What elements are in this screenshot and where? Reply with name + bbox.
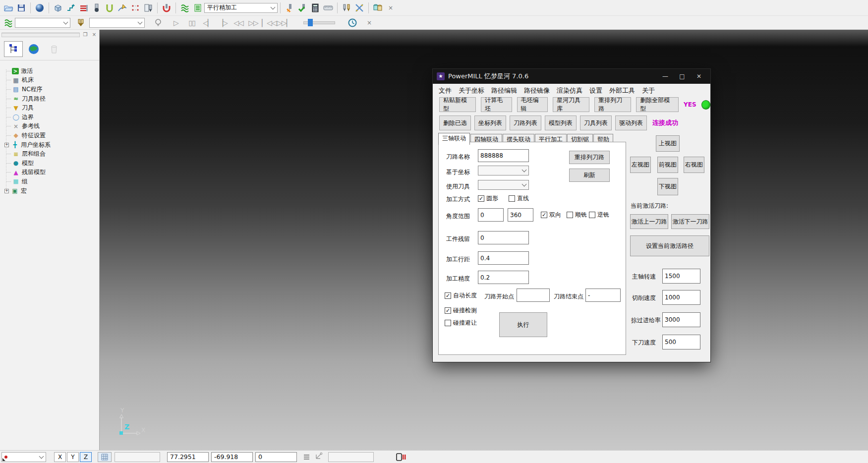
cursor-combo[interactable] <box>1 452 46 462</box>
base-coord-combo[interactable] <box>478 166 529 175</box>
step-forward-icon[interactable]: ▕▷ <box>216 17 229 29</box>
angle-to-input[interactable] <box>508 208 533 222</box>
drive-list-button[interactable]: 驱动列表 <box>615 116 647 130</box>
activate-prev-button[interactable]: 激活上一刀路 <box>630 214 668 229</box>
axis-y-button[interactable]: Y <box>67 452 79 462</box>
path-start-input[interactable] <box>517 289 550 302</box>
toolpath-spring-icon[interactable] <box>178 2 191 14</box>
collision-check-icon[interactable] <box>160 2 173 14</box>
speed-slider[interactable] <box>303 21 335 24</box>
block-icon[interactable] <box>52 2 64 14</box>
expander-icon[interactable]: + <box>4 143 9 147</box>
sim-tool-combo[interactable] <box>89 18 145 28</box>
tool-list-button[interactable]: 刀具列表 <box>580 116 612 130</box>
axis-x-button[interactable]: X <box>54 452 66 462</box>
use-tool-combo[interactable] <box>478 180 529 190</box>
trash-icon[interactable] <box>45 41 63 57</box>
toolpath-list-button[interactable]: 刀路列表 <box>510 116 541 130</box>
auto-length-option[interactable]: 自动长度 <box>445 291 477 300</box>
boundary-icon[interactable] <box>103 2 116 14</box>
strategy-list-icon[interactable] <box>191 2 204 14</box>
tree-item-toolpaths[interactable]: ≈刀具路径 <box>3 94 99 104</box>
tree-item-tools[interactable]: ▼刀具 <box>3 103 99 113</box>
tree-item-patterns[interactable]: ×参考线 <box>3 122 99 131</box>
tab-3axis[interactable]: 三轴联动 <box>438 133 470 145</box>
rearrange-button[interactable]: 重排列刀路 <box>569 151 610 164</box>
toolpath-name-input[interactable] <box>478 149 529 162</box>
menu-path-edit[interactable]: 路径编辑 <box>491 86 517 95</box>
toolpath-spring-icon[interactable] <box>2 17 15 29</box>
strategy-combo[interactable]: 平行精加工 <box>204 3 278 13</box>
checkbox-climb-mill[interactable] <box>567 212 573 218</box>
drives-icon[interactable] <box>371 2 384 14</box>
step-back-icon[interactable]: ◁▏ <box>201 17 214 29</box>
shaded-view-icon[interactable] <box>33 2 46 14</box>
expander-icon[interactable]: + <box>4 189 9 193</box>
path-end-input[interactable] <box>585 289 621 302</box>
execute-button[interactable]: 执行 <box>499 312 547 337</box>
linear-option[interactable]: 直线 <box>509 194 529 203</box>
menu-external-tools[interactable]: 外部工具 <box>609 86 635 95</box>
view-top-button[interactable]: 上视图 <box>656 135 680 152</box>
ruler-icon[interactable] <box>322 2 335 14</box>
tree-item-macros[interactable]: +▣宏 <box>3 186 99 196</box>
tool-pair-icon[interactable] <box>340 2 353 14</box>
view-right-button[interactable]: 右视图 <box>684 157 704 173</box>
calc-block-button[interactable]: 计算毛坯 <box>481 97 512 112</box>
tool-flame-icon[interactable] <box>283 2 296 14</box>
pause-icon[interactable]: ▯▯ <box>185 17 198 29</box>
tree-item-levels[interactable]: ≡层和组合 <box>3 149 99 159</box>
tree-item-models[interactable]: ●模型 <box>3 159 99 168</box>
go-end-icon[interactable]: ▷▷▏ <box>278 17 290 29</box>
pattern-icon[interactable] <box>129 2 142 14</box>
minimize-button[interactable]: — <box>657 69 674 84</box>
bulb-icon[interactable] <box>152 17 165 29</box>
maximize-button[interactable]: □ <box>674 69 691 84</box>
checkbox-linear[interactable] <box>509 195 515 202</box>
dialog-titlebar[interactable]: ★ PowerMILL 忆梦星河 7.0.6 — □ ✕ <box>433 69 710 84</box>
menu-render-sim[interactable]: 渲染仿真 <box>557 86 582 95</box>
checkbox-both-direction[interactable] <box>541 212 547 218</box>
conventional-mill-option[interactable]: 逆铣 <box>589 211 609 219</box>
circular-option[interactable]: 圆形 <box>478 194 498 203</box>
ball-tool-icon[interactable] <box>90 2 103 14</box>
skim-feed-input[interactable] <box>662 312 700 327</box>
tree-item-feature-sets[interactable]: ◆特征设置 <box>3 131 99 140</box>
coords-list-icon[interactable] <box>304 454 309 461</box>
paste-new-model-button[interactable]: 粘贴新模型 <box>439 97 476 112</box>
checkbox-auto-length[interactable] <box>445 292 451 299</box>
sim-toolpath-combo[interactable] <box>15 18 70 28</box>
toolpath-create-icon[interactable] <box>64 2 77 14</box>
fast-forward-icon[interactable]: ▷▷ <box>247 17 260 29</box>
collision-check-option[interactable]: 碰撞检测 <box>445 306 477 315</box>
rewind-icon[interactable]: ◁◁ <box>232 17 245 29</box>
view-front-button[interactable]: 前视图 <box>657 157 678 173</box>
panel-close-icon[interactable]: × <box>91 32 98 38</box>
tree-item-nc-programs[interactable]: ▤NC程序 <box>3 85 99 94</box>
stock-allowance-input[interactable] <box>478 231 529 244</box>
close-toolbar-icon[interactable]: × <box>384 2 397 14</box>
clock-icon[interactable] <box>346 17 359 29</box>
stock-bars-icon[interactable] <box>77 2 90 14</box>
menu-settings[interactable]: 设置 <box>589 86 602 95</box>
grid-icon[interactable] <box>98 452 112 462</box>
message-field[interactable] <box>328 452 374 462</box>
tree-view-icon[interactable] <box>4 41 23 57</box>
plunge-speed-input[interactable] <box>662 335 700 349</box>
angle-from-input[interactable] <box>478 208 504 222</box>
play-icon[interactable]: ▷ <box>170 17 182 29</box>
model-list-button[interactable]: 模型列表 <box>545 116 577 130</box>
panel-drag-handle[interactable] <box>1 33 80 37</box>
climb-mill-option[interactable]: 顺铣 <box>567 211 587 219</box>
view-bottom-button[interactable]: 下视图 <box>657 178 678 195</box>
delete-selected-button[interactable]: 删除已选 <box>439 116 471 130</box>
tree-item-groups[interactable]: ■组 <box>3 177 99 186</box>
checkbox-collision-check[interactable] <box>445 307 451 314</box>
menu-coords[interactable]: 关于坐标 <box>459 86 484 95</box>
tool-check-icon[interactable] <box>296 2 309 14</box>
set-active-path-button[interactable]: 设置当前激活路径 <box>630 235 709 256</box>
panel-restore-icon[interactable]: ❐ <box>82 32 89 38</box>
go-start-icon[interactable]: ▏◁◁ <box>263 17 276 29</box>
checkbox-conventional-mill[interactable] <box>589 212 595 218</box>
clipboard-pause-icon[interactable] <box>396 453 406 462</box>
